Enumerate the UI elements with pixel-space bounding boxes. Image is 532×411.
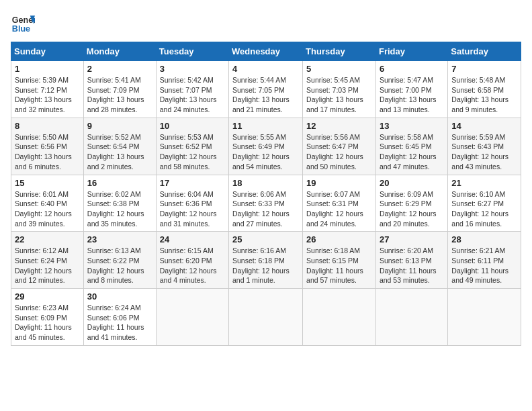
day-number: 27: [380, 234, 444, 244]
day-cell-15: 15Sunrise: 6:01 AMSunset: 6:40 PMDayligh…: [11, 175, 84, 232]
day-number: 25: [232, 234, 299, 244]
day-info: Sunrise: 6:01 AMSunset: 6:40 PMDaylight:…: [15, 189, 80, 229]
logo: General Blue: [11, 11, 38, 35]
day-info: Sunrise: 5:58 AMSunset: 6:45 PMDaylight:…: [380, 132, 444, 172]
day-info: Sunrise: 5:53 AMSunset: 6:52 PMDaylight:…: [160, 132, 225, 172]
day-cell-28: 28Sunrise: 6:21 AMSunset: 6:11 PMDayligh…: [448, 232, 521, 289]
day-info: Sunrise: 6:20 AMSunset: 6:13 PMDaylight:…: [380, 246, 444, 285]
day-number: 26: [306, 234, 372, 244]
day-number: 24: [160, 234, 225, 244]
empty-cell: [375, 289, 447, 346]
col-header-thursday: Thursday: [303, 42, 376, 61]
day-number: 8: [15, 121, 80, 131]
svg-text:Blue: Blue: [12, 24, 30, 34]
col-header-sunday: Sunday: [11, 42, 84, 61]
day-cell-14: 14Sunrise: 5:59 AMSunset: 6:43 PMDayligh…: [448, 118, 521, 175]
calendar-table: SundayMondayTuesdayWednesdayThursdayFrid…: [11, 42, 521, 346]
week-row-1: 1Sunrise: 5:39 AMSunset: 7:12 PMDaylight…: [11, 61, 521, 118]
day-cell-27: 27Sunrise: 6:20 AMSunset: 6:13 PMDayligh…: [375, 232, 447, 289]
day-info: Sunrise: 6:04 AMSunset: 6:36 PMDaylight:…: [160, 189, 225, 229]
week-row-2: 8Sunrise: 5:50 AMSunset: 6:56 PMDaylight…: [11, 118, 521, 175]
day-cell-26: 26Sunrise: 6:18 AMSunset: 6:15 PMDayligh…: [303, 232, 376, 289]
day-cell-20: 20Sunrise: 6:09 AMSunset: 6:29 PMDayligh…: [375, 175, 447, 232]
day-cell-17: 17Sunrise: 6:04 AMSunset: 6:36 PMDayligh…: [156, 175, 228, 232]
day-number: 4: [232, 64, 299, 74]
day-info: Sunrise: 6:13 AMSunset: 6:22 PMDaylight:…: [87, 246, 152, 285]
day-number: 28: [451, 234, 517, 244]
day-info: Sunrise: 6:24 AMSunset: 6:06 PMDaylight:…: [87, 303, 152, 342]
empty-cell: [229, 289, 303, 346]
day-cell-11: 11Sunrise: 5:55 AMSunset: 6:49 PMDayligh…: [229, 118, 303, 175]
day-number: 7: [451, 64, 517, 74]
day-number: 17: [160, 178, 225, 188]
day-number: 19: [306, 178, 372, 188]
day-cell-6: 6Sunrise: 5:47 AMSunset: 7:00 PMDaylight…: [375, 61, 447, 118]
day-number: 2: [87, 64, 152, 74]
day-cell-21: 21Sunrise: 6:10 AMSunset: 6:27 PMDayligh…: [448, 175, 521, 232]
col-header-friday: Friday: [375, 42, 447, 61]
day-number: 23: [87, 234, 152, 244]
day-info: Sunrise: 6:02 AMSunset: 6:38 PMDaylight:…: [87, 189, 152, 229]
day-info: Sunrise: 5:52 AMSunset: 6:54 PMDaylight:…: [87, 132, 152, 172]
day-cell-19: 19Sunrise: 6:07 AMSunset: 6:31 PMDayligh…: [303, 175, 376, 232]
empty-cell: [156, 289, 228, 346]
day-info: Sunrise: 5:59 AMSunset: 6:43 PMDaylight:…: [451, 132, 517, 172]
day-info: Sunrise: 6:18 AMSunset: 6:15 PMDaylight:…: [306, 246, 372, 285]
day-cell-1: 1Sunrise: 5:39 AMSunset: 7:12 PMDaylight…: [11, 61, 84, 118]
col-header-tuesday: Tuesday: [156, 42, 228, 61]
day-info: Sunrise: 6:07 AMSunset: 6:31 PMDaylight:…: [306, 189, 372, 229]
day-cell-7: 7Sunrise: 5:48 AMSunset: 6:58 PMDaylight…: [448, 61, 521, 118]
day-number: 22: [15, 234, 80, 244]
day-info: Sunrise: 5:39 AMSunset: 7:12 PMDaylight:…: [15, 75, 80, 115]
col-header-monday: Monday: [83, 42, 156, 61]
day-info: Sunrise: 6:15 AMSunset: 6:20 PMDaylight:…: [160, 246, 225, 285]
day-cell-10: 10Sunrise: 5:53 AMSunset: 6:52 PMDayligh…: [156, 118, 228, 175]
day-cell-29: 29Sunrise: 6:23 AMSunset: 6:09 PMDayligh…: [11, 289, 84, 346]
day-info: Sunrise: 6:06 AMSunset: 6:33 PMDaylight:…: [232, 189, 299, 229]
day-number: 1: [15, 64, 80, 74]
day-cell-18: 18Sunrise: 6:06 AMSunset: 6:33 PMDayligh…: [229, 175, 303, 232]
day-cell-3: 3Sunrise: 5:42 AMSunset: 7:07 PMDaylight…: [156, 61, 228, 118]
day-cell-23: 23Sunrise: 6:13 AMSunset: 6:22 PMDayligh…: [83, 232, 156, 289]
header-row: SundayMondayTuesdayWednesdayThursdayFrid…: [11, 42, 521, 61]
day-cell-25: 25Sunrise: 6:16 AMSunset: 6:18 PMDayligh…: [229, 232, 303, 289]
day-info: Sunrise: 5:45 AMSunset: 7:03 PMDaylight:…: [306, 75, 372, 115]
day-number: 13: [380, 121, 444, 131]
week-row-4: 22Sunrise: 6:12 AMSunset: 6:24 PMDayligh…: [11, 232, 521, 289]
day-info: Sunrise: 5:41 AMSunset: 7:09 PMDaylight:…: [87, 75, 152, 115]
day-info: Sunrise: 6:16 AMSunset: 6:18 PMDaylight:…: [232, 246, 299, 285]
day-cell-16: 16Sunrise: 6:02 AMSunset: 6:38 PMDayligh…: [83, 175, 156, 232]
day-info: Sunrise: 5:55 AMSunset: 6:49 PMDaylight:…: [232, 132, 299, 172]
day-info: Sunrise: 6:10 AMSunset: 6:27 PMDaylight:…: [451, 189, 517, 229]
day-number: 10: [160, 121, 225, 131]
day-number: 5: [306, 64, 372, 74]
day-cell-22: 22Sunrise: 6:12 AMSunset: 6:24 PMDayligh…: [11, 232, 84, 289]
logo-icon: General Blue: [11, 11, 35, 35]
day-info: Sunrise: 5:44 AMSunset: 7:05 PMDaylight:…: [232, 75, 299, 115]
page-header: General Blue: [11, 11, 521, 35]
day-number: 29: [15, 291, 80, 302]
day-cell-24: 24Sunrise: 6:15 AMSunset: 6:20 PMDayligh…: [156, 232, 228, 289]
day-cell-4: 4Sunrise: 5:44 AMSunset: 7:05 PMDaylight…: [229, 61, 303, 118]
day-number: 15: [15, 178, 80, 188]
day-info: Sunrise: 5:48 AMSunset: 6:58 PMDaylight:…: [451, 75, 517, 115]
day-number: 21: [451, 178, 517, 188]
empty-cell: [303, 289, 376, 346]
day-number: 14: [451, 121, 517, 131]
week-row-3: 15Sunrise: 6:01 AMSunset: 6:40 PMDayligh…: [11, 175, 521, 232]
day-info: Sunrise: 5:47 AMSunset: 7:00 PMDaylight:…: [380, 75, 444, 115]
day-cell-2: 2Sunrise: 5:41 AMSunset: 7:09 PMDaylight…: [83, 61, 156, 118]
day-info: Sunrise: 5:42 AMSunset: 7:07 PMDaylight:…: [160, 75, 225, 115]
day-info: Sunrise: 6:09 AMSunset: 6:29 PMDaylight:…: [380, 189, 444, 229]
col-header-saturday: Saturday: [448, 42, 521, 61]
day-cell-13: 13Sunrise: 5:58 AMSunset: 6:45 PMDayligh…: [375, 118, 447, 175]
empty-cell: [448, 289, 521, 346]
day-cell-8: 8Sunrise: 5:50 AMSunset: 6:56 PMDaylight…: [11, 118, 84, 175]
col-header-wednesday: Wednesday: [229, 42, 303, 61]
day-cell-5: 5Sunrise: 5:45 AMSunset: 7:03 PMDaylight…: [303, 61, 376, 118]
day-number: 3: [160, 64, 225, 74]
day-number: 11: [232, 121, 299, 131]
week-row-5: 29Sunrise: 6:23 AMSunset: 6:09 PMDayligh…: [11, 289, 521, 346]
day-info: Sunrise: 6:23 AMSunset: 6:09 PMDaylight:…: [15, 303, 80, 342]
day-number: 16: [87, 178, 152, 188]
